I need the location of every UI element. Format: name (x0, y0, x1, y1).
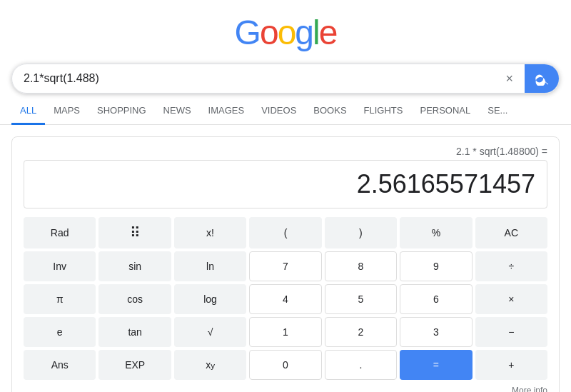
btn-tan[interactable]: tan (98, 317, 171, 347)
google-logo: Google (0, 13, 571, 52)
btn-8[interactable]: 8 (325, 251, 397, 281)
btn-e[interactable]: e (24, 317, 96, 347)
search-clear-button[interactable]: × (500, 71, 519, 86)
btn-add[interactable]: + (475, 350, 547, 380)
search-submit-button[interactable] (525, 64, 559, 93)
btn-rad[interactable]: Rad (24, 217, 96, 248)
btn-ac[interactable]: AC (475, 217, 547, 248)
btn-log[interactable]: log (174, 284, 246, 314)
btn-2[interactable]: 2 (325, 317, 397, 347)
search-icon (535, 71, 549, 86)
tab-all[interactable]: ALL (11, 98, 45, 125)
tab-books[interactable]: BOOKS (305, 98, 355, 125)
btn-7[interactable]: 7 (249, 251, 321, 281)
search-input[interactable] (24, 72, 500, 85)
calc-expression: 2.1 * sqrt(1.48800) = (24, 146, 547, 160)
btn-ans[interactable]: Ans (24, 350, 96, 380)
btn-multiply[interactable]: × (475, 284, 547, 314)
btn-subtract[interactable]: − (475, 317, 547, 347)
btn-percent[interactable]: % (400, 217, 472, 248)
tab-videos[interactable]: VIDEOS (253, 98, 305, 125)
btn-6[interactable]: 6 (400, 284, 472, 314)
btn-1[interactable]: 1 (249, 317, 321, 347)
calc-result: 2.56165571457 (24, 160, 547, 208)
btn-factorial[interactable]: x! (174, 217, 246, 248)
google-header: Google (0, 0, 571, 59)
btn-4[interactable]: 4 (249, 284, 321, 314)
tab-images[interactable]: IMAGES (200, 98, 253, 125)
btn-cos[interactable]: cos (98, 284, 171, 314)
calc-buttons: Rad ⠿ x! ( ) % AC Inv sin ln 7 8 9 ÷ π c… (24, 217, 547, 380)
more-info-link[interactable]: More info (24, 380, 547, 392)
btn-divide[interactable]: ÷ (475, 251, 547, 281)
btn-exp[interactable]: EXP (98, 350, 171, 380)
tab-news[interactable]: NEWS (155, 98, 200, 125)
btn-inv[interactable]: Inv (24, 251, 96, 281)
btn-9[interactable]: 9 (400, 251, 472, 281)
nav-tabs: ALL MAPS SHOPPING NEWS IMAGES VIDEOS BOO… (0, 98, 571, 125)
btn-3[interactable]: 3 (400, 317, 472, 347)
btn-sqrt[interactable]: √ (174, 317, 246, 347)
tab-shopping[interactable]: SHOPPING (89, 98, 155, 125)
btn-ln[interactable]: ln (174, 251, 246, 281)
btn-sin[interactable]: sin (98, 251, 171, 281)
btn-open-paren[interactable]: ( (249, 217, 321, 248)
tab-more[interactable]: SE... (479, 98, 516, 125)
btn-pi[interactable]: π (24, 284, 96, 314)
btn-5[interactable]: 5 (325, 284, 397, 314)
calculator-widget: 2.1 * sqrt(1.48800) = 2.56165571457 Rad … (11, 136, 560, 392)
btn-dot[interactable]: . (325, 350, 397, 380)
tab-personal[interactable]: PERSONAL (411, 98, 479, 125)
tab-flights[interactable]: FLIGHTS (355, 98, 412, 125)
tab-maps[interactable]: MAPS (45, 98, 89, 125)
btn-grid[interactable]: ⠿ (98, 217, 171, 248)
btn-equals[interactable]: = (400, 350, 472, 380)
btn-power[interactable]: xy (174, 350, 246, 380)
btn-close-paren[interactable]: ) (325, 217, 397, 248)
btn-0[interactable]: 0 (249, 350, 321, 380)
search-bar: × (11, 64, 560, 94)
